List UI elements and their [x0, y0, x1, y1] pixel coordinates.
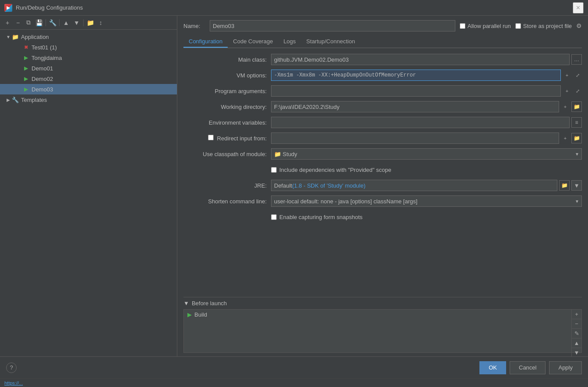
- vm-options-input[interactable]: [271, 70, 561, 81]
- redirect-input-field[interactable]: [271, 132, 559, 144]
- working-dir-input[interactable]: [271, 101, 559, 112]
- bl-down-button[interactable]: ▼: [572, 348, 581, 356]
- redirect-input-control: + 📁: [271, 132, 582, 144]
- run-config-icon: ▶: [22, 76, 30, 82]
- jre-default-text: Default: [274, 182, 292, 189]
- config-tree: ▼ 📁 Application ✖ Test01 (1) ▶ Tongjida: [0, 30, 177, 356]
- redirect-input-label: Redirect input from:: [183, 135, 271, 142]
- vm-options-label: VM options:: [183, 72, 271, 79]
- tree-item-label: Test01 (1): [32, 44, 57, 51]
- redirect-add-button[interactable]: +: [561, 134, 570, 143]
- program-args-expand-button[interactable]: ⤢: [573, 87, 582, 95]
- vm-options-expand-button[interactable]: ⤢: [573, 71, 582, 80]
- main-class-browse-button[interactable]: …: [571, 54, 582, 65]
- allow-parallel-group: Allow parallel run: [460, 23, 511, 29]
- working-dir-add-button[interactable]: +: [561, 102, 570, 111]
- env-vars-edit-button[interactable]: ≡: [571, 117, 582, 128]
- move-up-button[interactable]: ▲: [61, 18, 71, 28]
- classpath-select[interactable]: 📁 Study: [271, 148, 582, 160]
- name-input[interactable]: [210, 20, 455, 31]
- include-deps-label: Include dependencies with "Provided" sco…: [279, 167, 391, 173]
- bl-edit-button[interactable]: ✎: [572, 329, 581, 338]
- tree-templates-group[interactable]: ▶ 🔧 Templates: [0, 94, 177, 105]
- program-args-input[interactable]: [271, 85, 561, 97]
- shorten-cmd-select[interactable]: user-local default: none - java [options…: [271, 195, 582, 207]
- copy-config-button[interactable]: ⧉: [24, 18, 33, 28]
- enable-snapshots-row: Enable capturing form snapshots: [183, 211, 582, 223]
- redirect-checkbox[interactable]: [208, 135, 214, 140]
- status-url[interactable]: https://...: [4, 380, 23, 386]
- allow-parallel-checkbox[interactable]: [460, 23, 465, 29]
- sort-button[interactable]: ↕: [96, 18, 106, 28]
- tree-item-label: Demo01: [32, 65, 53, 72]
- bottom-bar: ? OK Cancel Apply: [0, 356, 588, 378]
- tree-item-test01[interactable]: ✖ Test01 (1): [0, 42, 177, 52]
- main-class-input[interactable]: [271, 54, 570, 65]
- tab-logs[interactable]: Logs: [278, 36, 301, 48]
- env-vars-label: Environment variables:: [183, 119, 271, 126]
- name-label: Name:: [183, 23, 205, 29]
- add-config-button[interactable]: +: [3, 18, 12, 28]
- tree-item-label: Demo02: [32, 76, 53, 82]
- working-dir-browse-button[interactable]: 📁: [571, 101, 582, 112]
- tab-code-coverage[interactable]: Code Coverage: [228, 36, 278, 48]
- wrench-icon: 🔧: [11, 97, 19, 103]
- cancel-button[interactable]: Cancel: [510, 361, 546, 374]
- env-vars-input[interactable]: [271, 117, 570, 128]
- include-deps-row: Include dependencies with "Provided" sco…: [183, 164, 582, 176]
- program-args-add-button[interactable]: +: [563, 87, 571, 95]
- build-icon: ▶: [187, 311, 192, 318]
- jre-sdk-text: (1.8 - SDK of 'Study' module): [292, 182, 366, 189]
- tree-application-group[interactable]: ▼ 📁 Application: [0, 31, 177, 42]
- enable-snapshots-group: Enable capturing form snapshots: [271, 214, 363, 220]
- before-launch-toolbar: + − ✎ ▲ ▼: [571, 310, 581, 356]
- jre-dropdown-btn-wrapper: ▼: [571, 180, 582, 191]
- store-project-group: Store as project file: [515, 23, 572, 29]
- tab-startup-connection[interactable]: Startup/Connection: [301, 36, 360, 48]
- tree-item-label: Tongjidaima: [32, 55, 62, 61]
- ok-button[interactable]: OK: [479, 361, 506, 374]
- gear-button[interactable]: ⚙: [576, 22, 582, 29]
- close-button[interactable]: ×: [573, 2, 584, 14]
- program-args-label: Program arguments:: [183, 88, 271, 94]
- tree-item-demo02[interactable]: ▶ Demo02: [0, 73, 177, 84]
- bl-remove-button[interactable]: −: [572, 319, 581, 329]
- vm-options-add-button[interactable]: +: [563, 71, 571, 80]
- configuration-form: Main class: … VM options: + ⤢: [183, 53, 582, 293]
- bl-up-button[interactable]: ▲: [572, 338, 581, 348]
- remove-config-button[interactable]: −: [13, 18, 23, 28]
- tree-item-tongjidaima[interactable]: ▶ Tongjidaima: [0, 52, 177, 63]
- main-class-label: Main class:: [183, 56, 271, 63]
- tree-item-demo03[interactable]: ▶ Demo03: [0, 84, 177, 94]
- store-project-checkbox[interactable]: [515, 23, 521, 29]
- run-debug-dialog: ▶ Run/Debug Configurations × + − ⧉ 💾 🔧 ▲…: [0, 0, 588, 387]
- templates-label: Templates: [21, 97, 47, 103]
- run-config-icon: ▶: [22, 86, 30, 92]
- wrench-button[interactable]: 🔧: [48, 18, 57, 28]
- arrow-down-icon: ▼: [5, 35, 11, 39]
- jre-row: JRE: Default (1.8 - SDK of 'Study' modul…: [183, 179, 582, 192]
- main-class-control: …: [271, 54, 582, 65]
- before-launch-header[interactable]: ▼ Before launch: [183, 297, 582, 309]
- tree-item-demo01[interactable]: ▶ Demo01: [0, 63, 177, 73]
- folder-button[interactable]: 📁: [85, 18, 95, 28]
- redirect-browse-button[interactable]: 📁: [571, 133, 582, 143]
- run-config-icon: ▶: [22, 65, 30, 71]
- help-button[interactable]: ?: [6, 363, 17, 373]
- before-launch-label: Before launch: [192, 300, 227, 307]
- apply-button[interactable]: Apply: [549, 361, 582, 374]
- build-label: Build: [194, 311, 207, 318]
- jre-dropdown-button[interactable]: ▼: [571, 180, 582, 191]
- enable-snapshots-checkbox[interactable]: [271, 214, 277, 220]
- bl-add-button[interactable]: +: [572, 310, 581, 319]
- tab-configuration[interactable]: Configuration: [183, 36, 228, 48]
- include-deps-checkbox[interactable]: [271, 167, 277, 173]
- save-config-button[interactable]: 💾: [34, 18, 44, 28]
- vm-options-control: + ⤢: [271, 70, 582, 81]
- allow-parallel-label: Allow parallel run: [468, 23, 511, 29]
- jre-browse-button[interactable]: 📁: [559, 180, 570, 191]
- title-bar: ▶ Run/Debug Configurations ×: [0, 0, 588, 16]
- env-vars-row: Environment variables: ≡: [183, 116, 582, 129]
- move-down-button[interactable]: ▼: [72, 18, 81, 28]
- jre-control: Default (1.8 - SDK of 'Study' module) 📁 …: [271, 180, 582, 191]
